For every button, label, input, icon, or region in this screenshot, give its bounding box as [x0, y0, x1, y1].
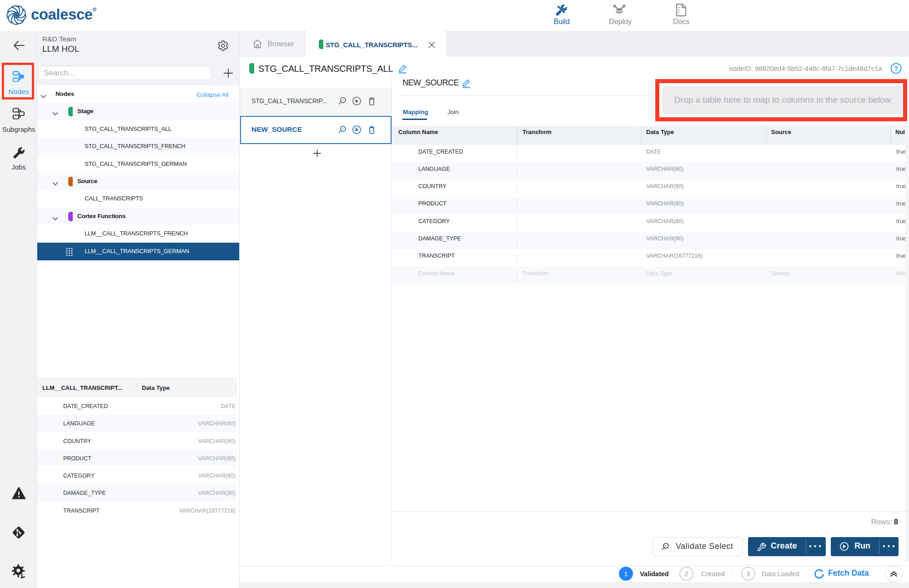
svg-text:?: ?: [894, 65, 898, 72]
